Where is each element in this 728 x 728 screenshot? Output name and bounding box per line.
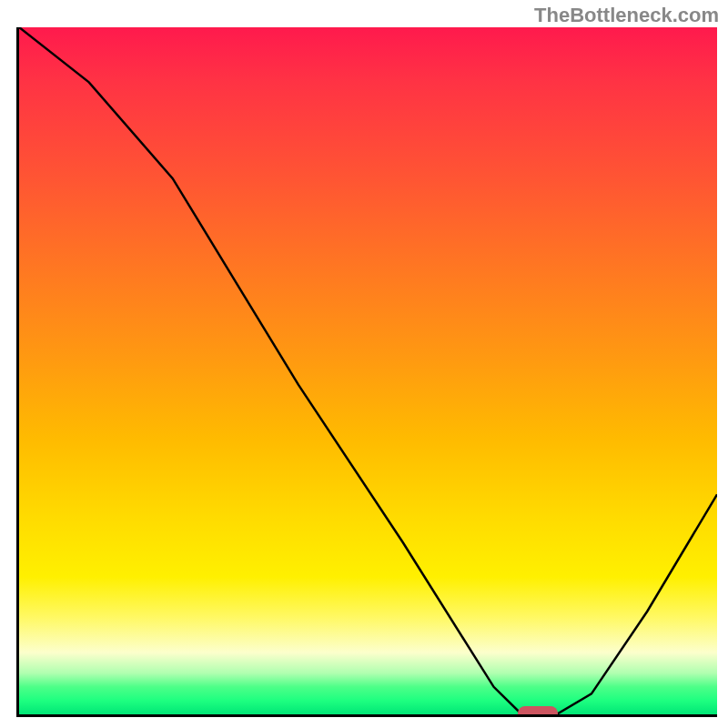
chart-plot-area <box>16 27 717 717</box>
watermark-text: TheBottleneck.com <box>534 4 719 27</box>
bottleneck-curve-path <box>19 27 717 714</box>
optimal-marker <box>518 706 558 717</box>
chart-line-series <box>19 27 717 714</box>
